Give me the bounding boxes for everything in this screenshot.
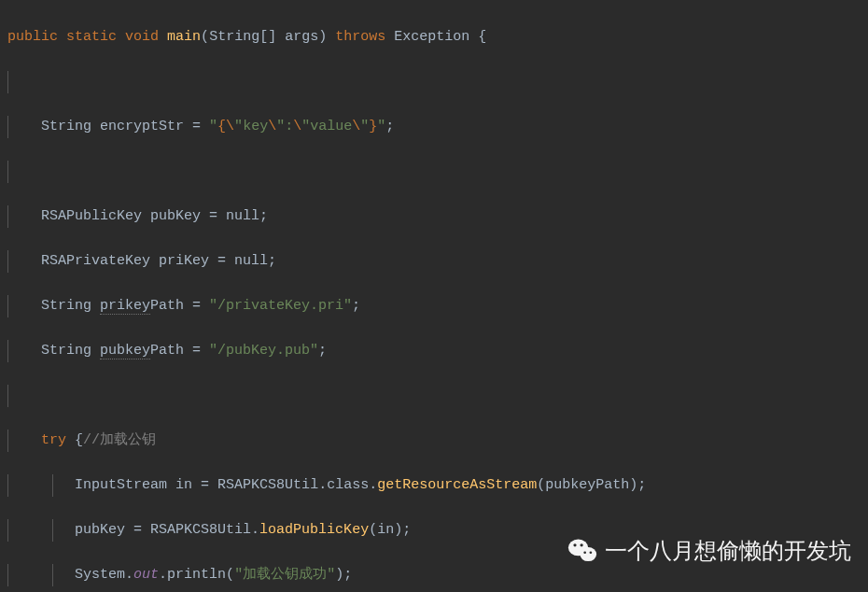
code-line: String encryptStr = "{\"key\":\"value\"}… [7,116,868,138]
comment: //加载公钥 [83,432,156,448]
code-editor[interactable]: public static void main(String[] args) t… [0,0,868,592]
method: getResourceAsStream [377,477,537,493]
field: class [327,477,369,493]
punct: ( [537,477,545,493]
method: main [167,29,201,45]
escape: \ [268,119,276,134]
string: " [377,119,385,134]
class: RSAPKCS8Util [217,477,318,493]
punct: . [369,477,377,493]
svg-point-2 [573,543,576,546]
class: System [75,567,125,583]
type: String [41,298,91,314]
string: " [276,119,285,134]
punct: ); [335,567,352,583]
escape: } [369,119,377,134]
svg-point-3 [581,543,583,546]
punct: ; [385,119,394,134]
code-line: InputStream in = RSAPKCS8Util.class.getR… [7,474,868,497]
code-line: public static void main(String[] args) t… [7,26,868,49]
punct: . [251,522,259,538]
punct: . [159,567,167,583]
code-line: RSAPrivateKey priKey = null; [7,250,868,273]
watermark: 一个八月想偷懒的开发坑 [567,536,851,566]
svg-point-5 [590,551,593,554]
text: Path = [150,343,209,359]
escape: \ [352,119,360,134]
var: encryptStr [100,119,184,134]
string: "加载公钥成功" [234,567,335,583]
var: in [175,477,192,493]
keyword: throws [335,29,385,45]
var: pubKey [150,208,201,224]
escape: {\ [217,119,234,134]
punct: ); [394,522,411,538]
op: = [184,119,209,134]
type: RSAPrivateKey [41,253,150,269]
op: = [125,522,150,538]
svg-point-1 [580,547,596,561]
punct: ( [201,29,209,45]
params: [] args) [259,29,327,45]
string: " [360,119,369,134]
method: loadPublicKey [259,522,369,538]
punct: . [125,567,133,583]
code-line: String pubkeyPath = "/pubKey.pub"; [7,340,868,362]
code-line: System.out.println("加载公钥成功"); [7,564,868,586]
string: " [209,119,217,134]
string: " [301,119,310,134]
code-line [7,71,868,93]
punct: ; [352,298,360,314]
code-line: RSAPublicKey pubKey = null; [7,205,868,228]
type: RSAPublicKey [41,208,142,224]
text: = null; [201,208,268,224]
text: = null; [209,253,276,269]
type: InputStream [75,477,167,493]
var: pubKey [75,522,125,538]
punct: ( [226,567,234,583]
var: prikey [100,298,150,315]
wechat-icon [567,536,597,566]
type: String [41,119,91,134]
type: String [209,29,259,45]
svg-point-4 [583,551,586,554]
keyword: void [125,29,159,45]
punct: . [318,477,327,493]
op: = [192,477,217,493]
punct: ); [629,477,646,493]
string: value [310,119,352,134]
keyword: try [41,432,66,448]
punct: ( [369,522,377,538]
code-line [7,385,868,407]
text: Path = [150,298,209,314]
string: " [234,119,243,134]
string: "/privateKey.pri" [209,298,352,314]
method: println [167,567,226,583]
class: RSAPKCS8Util [150,522,251,538]
var: pubkeyPath [545,477,629,493]
var: priKey [159,253,209,269]
code-line [7,161,868,183]
keyword: public [7,29,58,45]
punct: ; [318,343,327,359]
string: key [243,119,268,134]
var: pubkey [100,343,150,359]
field: out [133,567,159,583]
string: "/pubKey.pub" [209,343,318,359]
type: Exception [394,29,469,45]
type: String [41,343,91,359]
punct: { [469,29,486,45]
code-line: String prikeyPath = "/privateKey.pri"; [7,295,868,317]
escape: \ [293,119,301,134]
string: : [285,119,293,134]
watermark-text: 一个八月想偷懒的开发坑 [605,540,851,562]
punct: { [66,432,83,448]
var: in [377,522,394,538]
code-line: try {//加载公钥 [7,430,868,452]
keyword: static [66,29,117,45]
